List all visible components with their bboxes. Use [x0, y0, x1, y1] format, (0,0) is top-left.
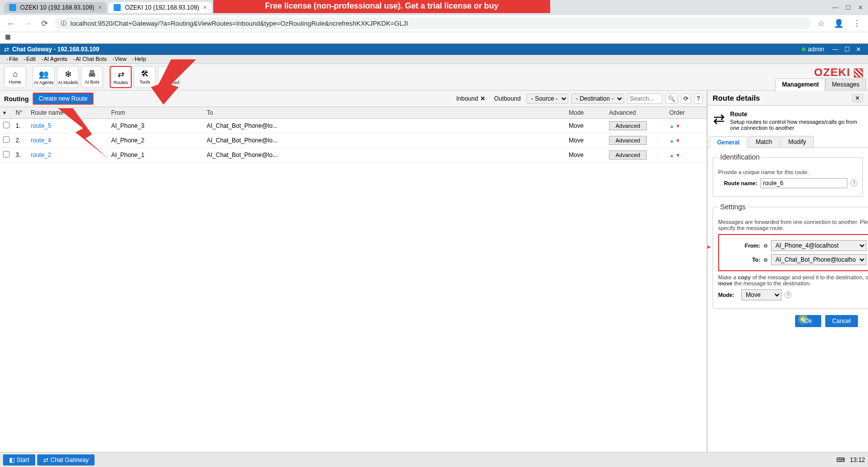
tab-title: OZEKI 10 (192.168.93.109) — [125, 4, 199, 11]
page-tabs: Management Messages — [775, 79, 866, 91]
toolbar-ai-bots[interactable]: 🖶AI Bots — [81, 66, 103, 88]
browser-tab-active[interactable]: OZEKI 10 (192.168.93.109) × — [109, 2, 211, 13]
col-name[interactable]: Route name — [28, 107, 108, 119]
route-table: ▾ N° Route name From To Mode Advanced Or… — [0, 107, 707, 163]
app-maximize-icon[interactable]: ☐ — [841, 46, 853, 53]
menu-ai-agents[interactable]: AI Agents — [39, 56, 70, 62]
tab-management[interactable]: Management — [775, 79, 825, 91]
route-name-link[interactable]: route_2 — [31, 151, 51, 159]
toolbar-advanced[interactable]: ⚙Advanced — [158, 66, 180, 88]
routes-icon: ⇄ — [118, 69, 124, 79]
expand-all-icon[interactable]: ▾ — [3, 109, 6, 116]
menu-view[interactable]: View — [110, 56, 130, 62]
to-select[interactable]: AI_Chat_Bot_Phone@localho — [771, 254, 866, 265]
row-from: AI_Phone_2 — [108, 133, 204, 148]
help-icon[interactable]: ? — [785, 291, 792, 298]
from-select[interactable]: AI_Phone_4@localhost — [771, 240, 866, 251]
url-text: localhost:9520/Chat+Gateway/?a=Routing&V… — [70, 20, 805, 27]
address-bar: ← → ⟳ ⓘ localhost:9520/Chat+Gateway/?a=R… — [0, 15, 868, 32]
route-name-input[interactable] — [760, 178, 847, 188]
window-minimize-icon[interactable]: — — [832, 4, 838, 11]
bookmark-star-icon[interactable]: ☆ — [816, 18, 827, 29]
chat-icon: ⇄ — [43, 456, 48, 463]
status-indicator — [802, 47, 806, 51]
table-row[interactable]: 3.route_2AI_Phone_1AI_Chat_Bot_Phone@lo.… — [0, 148, 707, 163]
row-from: AI_Phone_3 — [108, 119, 204, 133]
profile-icon[interactable]: 👤 — [832, 18, 846, 29]
toolbar-routes[interactable]: ⇄Routes — [110, 66, 132, 88]
row-checkbox[interactable] — [3, 136, 10, 143]
mode-select[interactable]: Move — [741, 289, 782, 300]
move-down-icon[interactable]: ▼ — [675, 152, 680, 158]
help-icon[interactable]: ? — [694, 94, 703, 104]
routing-header: Routing Create new Route Inbound ✕ Outbo… — [0, 91, 707, 107]
home-icon: ⌂ — [13, 69, 18, 79]
keyboard-icon[interactable]: ⌨ — [836, 456, 845, 463]
tab-general[interactable]: General — [710, 136, 747, 148]
menu-ai-chat-bots[interactable]: AI Chat Bots — [70, 56, 110, 62]
routing-panel: Routing Create new Route Inbound ✕ Outbo… — [0, 91, 707, 467]
app-minimize-icon[interactable]: — — [829, 46, 841, 53]
advanced-button[interactable]: Advanced — [609, 121, 647, 130]
toolbar-tools[interactable]: 🛠Tools — [134, 66, 156, 88]
filter-inbound[interactable]: Inbound ✕ — [453, 94, 488, 103]
move-up-icon[interactable]: ▲ — [669, 138, 674, 143]
move-down-icon[interactable]: ▼ — [675, 123, 680, 129]
move-up-icon[interactable]: ▲ — [669, 152, 674, 158]
from-to-highlight: From: ⚙ AI_Phone_4@localhost ? To: ⚙ AI_… — [718, 234, 868, 271]
help-icon[interactable]: ? — [850, 180, 857, 187]
tab-close-icon[interactable]: × — [98, 4, 102, 11]
gear-icon: ⚙ — [763, 257, 768, 263]
route-name-link[interactable]: route_4 — [31, 137, 51, 144]
toolbar-ai-models[interactable]: ✻AI Models — [57, 66, 79, 88]
table-row[interactable]: 1.route_5AI_Phone_3AI_Chat_Bot_Phone@lo.… — [0, 119, 707, 133]
forward-button[interactable]: → — [22, 18, 34, 29]
ok-button[interactable]: Ok ↖ — [795, 315, 821, 327]
move-down-icon[interactable]: ▼ — [675, 138, 680, 143]
create-route-button[interactable]: Create new Route — [33, 93, 94, 105]
url-field[interactable]: ⓘ localhost:9520/Chat+Gateway/?a=Routing… — [55, 18, 811, 29]
browser-menu-icon[interactable]: ⋮ — [851, 18, 863, 29]
site-info-icon[interactable]: ⓘ — [61, 20, 66, 27]
apps-grid-icon[interactable]: ▦ — [5, 33, 12, 40]
back-button[interactable]: ← — [5, 18, 17, 29]
row-checkbox[interactable] — [3, 151, 10, 158]
tab-match[interactable]: Match — [748, 136, 780, 147]
close-icon[interactable]: ✕ — [480, 95, 485, 102]
menu-help[interactable]: Help — [130, 56, 149, 62]
window-close-icon[interactable]: ✕ — [858, 4, 863, 11]
tab-close-icon[interactable]: × — [203, 4, 207, 11]
row-checkbox[interactable] — [3, 122, 10, 128]
refresh-icon[interactable]: ⟳ — [681, 94, 691, 104]
start-button[interactable]: ◧Start — [3, 454, 35, 465]
advanced-button[interactable]: Advanced — [609, 136, 647, 145]
toolbar-home[interactable]: ⌂Home — [4, 66, 26, 88]
close-panel-button[interactable]: ✕ — [852, 94, 863, 102]
filter-outbound[interactable]: Outbound — [491, 94, 524, 103]
app-close-icon[interactable]: ✕ — [853, 46, 864, 53]
cancel-button[interactable]: Cancel — [825, 315, 858, 327]
browser-tab[interactable]: OZEKI 10 (192.168.93.109) × — [4, 2, 107, 13]
search-icon[interactable]: 🔍 — [665, 94, 678, 104]
source-select[interactable]: - Source - — [527, 94, 568, 104]
content-area: Routing Create new Route Inbound ✕ Outbo… — [0, 91, 868, 467]
tab-messages[interactable]: Messages — [825, 79, 866, 91]
row-num: 1. — [13, 119, 28, 133]
menu-file[interactable]: File — [4, 56, 21, 62]
table-row[interactable]: 2.route_4AI_Phone_2AI_Chat_Bot_Phone@lo.… — [0, 133, 707, 148]
destination-select[interactable]: - Destination - — [571, 94, 624, 104]
menu-edit[interactable]: Edit — [21, 56, 39, 62]
col-from[interactable]: From — [108, 107, 204, 119]
move-up-icon[interactable]: ▲ — [669, 123, 674, 129]
tab-modify[interactable]: Modify — [780, 136, 813, 147]
col-mode[interactable]: Mode — [566, 107, 606, 119]
route-name-link[interactable]: route_5 — [31, 122, 51, 129]
reload-button[interactable]: ⟳ — [39, 18, 50, 29]
window-maximize-icon[interactable]: ☐ — [845, 4, 851, 11]
advanced-button[interactable]: Advanced — [609, 150, 647, 160]
col-to[interactable]: To — [204, 107, 566, 119]
toolbar-ai-agents[interactable]: 👥AI Agents — [33, 66, 55, 88]
taskbar-chat-gateway[interactable]: ⇄Chat Gateway — [37, 454, 95, 465]
search-input[interactable] — [627, 94, 662, 104]
toolbar-label: Routes — [114, 80, 128, 85]
